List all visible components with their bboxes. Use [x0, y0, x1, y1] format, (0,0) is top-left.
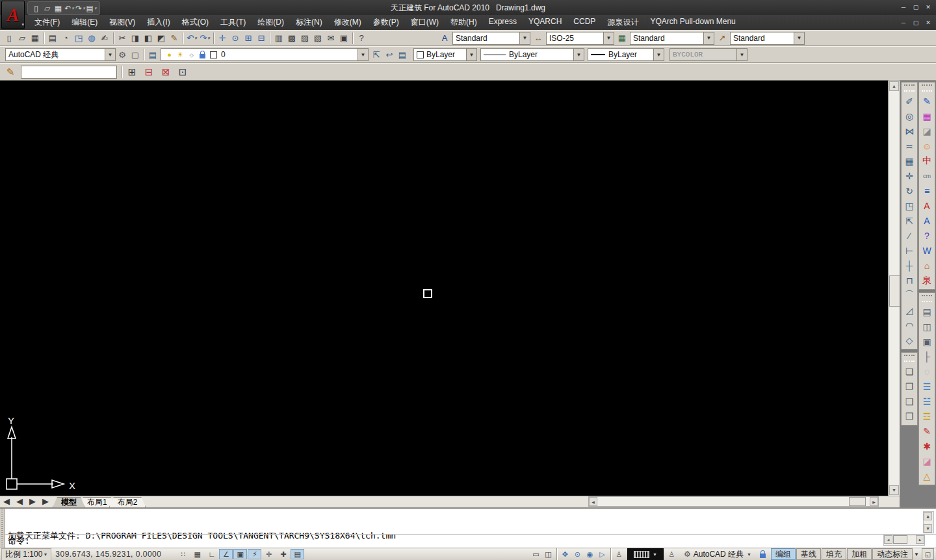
otrack-icon[interactable]: ⚡ [248, 549, 261, 559]
yq-block-struct-icon[interactable]: ▣ [920, 334, 934, 349]
designcenter-icon[interactable]: ▩ [285, 32, 298, 45]
save-icon[interactable]: ▦ [29, 32, 42, 45]
mleader-style-combo[interactable]: Standard ▼ [730, 32, 805, 45]
drawing-canvas[interactable]: Y X [0, 81, 888, 496]
quick-edit-icon[interactable]: ✎ [3, 65, 18, 79]
combo-arrow-icon[interactable]: ▼ [573, 49, 584, 60]
scroll-left-icon[interactable]: ◀ [589, 497, 597, 506]
combo-arrow-icon[interactable]: ▼ [794, 32, 804, 44]
drawing-vscrollbar[interactable]: ▲ ▼ [888, 81, 900, 496]
array-icon[interactable]: ▦ [902, 153, 916, 168]
dim-style-combo[interactable]: ISO-25 ▼ [546, 32, 614, 45]
qopen-icon[interactable]: ▱ [42, 3, 53, 14]
status-button-group[interactable]: 编组 [771, 548, 796, 560]
stretch-icon[interactable]: ⇱ [902, 213, 916, 228]
pan-realtime-icon[interactable]: ✛ [216, 32, 229, 45]
restore-app-icon[interactable]: ▢ [910, 2, 922, 12]
copy-clip-icon[interactable]: ◨ [129, 32, 142, 45]
plot-icon[interactable]: ▤ [46, 32, 59, 45]
close-doc-icon[interactable]: ✕ [922, 18, 934, 27]
export-dwf-icon[interactable]: ◍ [85, 32, 98, 45]
qnew-icon[interactable]: ▯ [31, 3, 42, 14]
sheet-set-manager-icon[interactable]: ▧ [311, 32, 324, 45]
yq-data-bulb-icon[interactable]: ☲ [920, 409, 934, 424]
properties-palette-icon[interactable]: ▥ [272, 32, 285, 45]
plot-preview-icon[interactable]: ◔ [59, 32, 72, 45]
group-delete-icon[interactable]: ⊠ [158, 65, 174, 79]
layer-thaw-sun-icon[interactable]: ☀ [175, 49, 186, 60]
toolbar-grip[interactable] [922, 84, 932, 92]
combo-arrow-icon[interactable]: ▼ [105, 49, 115, 60]
zoom-previous-icon[interactable]: ⊟ [255, 32, 268, 45]
command-prompt-row[interactable]: 命令: [5, 534, 936, 548]
annotation-visibility-icon[interactable]: ♙ [666, 549, 678, 559]
snap-icon[interactable]: ∷ [176, 549, 190, 559]
tab-prev-icon[interactable]: ◀ [13, 494, 26, 507]
menu-item-express[interactable]: Express [483, 15, 523, 30]
plot-quick-icon[interactable]: ▤▾ [86, 3, 97, 14]
status-button-dynamic-dim[interactable]: 动态标注 [872, 548, 913, 560]
workspace-switch-button[interactable]: ⚙ AutoCAD 经典 ▼ [681, 549, 755, 560]
yq-wen-tool-icon[interactable]: W [920, 243, 934, 258]
break-at-point-icon[interactable]: ┼ [902, 258, 916, 273]
minimize-doc-icon[interactable]: ─ [898, 18, 909, 27]
erase-icon[interactable]: ✐ [902, 94, 916, 108]
table-style-icon[interactable]: ▦ [616, 32, 629, 45]
annotation-scale-widget[interactable]: ▼ [627, 548, 664, 560]
yq-layer-lamp-icon[interactable]: △ [920, 468, 934, 483]
group-remove-icon[interactable]: ⊟ [141, 65, 157, 79]
yq-az-sort-icon[interactable]: A [920, 198, 934, 213]
yq-home-page-icon[interactable]: ⌂ [920, 258, 934, 273]
make-object-layer-current-icon[interactable]: ⇱ [370, 48, 383, 61]
command-window[interactable]: 加载天正菜单文件: D:\PROGRAM FILES\DESIGN TOOLS\… [0, 507, 936, 548]
mirror-icon[interactable]: ⋈ [902, 123, 916, 138]
tab-model[interactable]: 模型 [53, 497, 85, 507]
menu-item-insert[interactable]: 插入(I) [141, 15, 176, 30]
menu-item-view[interactable]: 视图(V) [103, 15, 141, 30]
scroll-up-icon[interactable]: ▲ [924, 512, 932, 520]
layer-properties-manager-icon[interactable]: ▤ [146, 48, 159, 61]
quick-properties-icon[interactable]: ▤ [291, 549, 304, 559]
menu-item-tools[interactable]: 工具(T) [214, 15, 252, 30]
yq-text-recover-icon[interactable]: ≡ [920, 183, 934, 198]
annotation-scale-person-icon[interactable]: ♙ [613, 549, 625, 559]
layer-on-bulb-icon[interactable]: ● [164, 49, 175, 60]
menu-item-parametric[interactable]: 参数(P) [367, 15, 405, 30]
toolbar-grip[interactable] [904, 84, 915, 92]
combo-arrow-icon[interactable]: ▼ [466, 49, 476, 60]
toolbar-grip[interactable] [922, 295, 932, 302]
undo-quick-icon[interactable]: ↶▾ [64, 3, 75, 14]
close-app-icon[interactable]: ✕ [922, 2, 934, 12]
mleader-style-icon[interactable]: ↗ [716, 32, 729, 45]
redo-icon[interactable]: ↷▾ [198, 32, 211, 45]
fillet-icon[interactable]: ◠ [902, 318, 916, 333]
offset-icon[interactable]: ≍ [902, 138, 916, 153]
layer-previous-icon[interactable]: ↩ [383, 48, 396, 61]
color-combo[interactable]: ByLayer ▼ [413, 48, 477, 61]
model-space-icon[interactable]: ▭ [530, 549, 542, 559]
workspace-settings-icon[interactable]: ⚙ [116, 48, 129, 61]
trim-icon[interactable]: ∕ [902, 228, 916, 243]
scroll-down-icon[interactable]: ▼ [889, 485, 899, 495]
my-workspace-icon[interactable]: ▢ [129, 48, 142, 61]
join-icon[interactable]: ⌒ [902, 288, 916, 303]
grid-icon[interactable]: ▦ [190, 549, 204, 559]
status-button-bold[interactable]: 加粗 [847, 548, 872, 560]
zoom-realtime-icon[interactable]: ⊙ [229, 32, 242, 45]
workspace-combo[interactable]: AutoCAD 经典 ▼ [5, 48, 116, 61]
menu-item-yuanquan-design[interactable]: 源泉设计 [601, 15, 644, 30]
copy-object-icon[interactable]: ◎ [902, 108, 916, 123]
paste-special-icon[interactable]: ◩ [155, 32, 168, 45]
yq-cn-en-toggle-icon[interactable]: 中 [920, 153, 934, 168]
yq-ref-bulb-icon[interactable]: ◌ [920, 364, 934, 379]
toolbar-lock-button[interactable] [757, 549, 768, 560]
menu-item-dimension[interactable]: 标注(N) [290, 15, 328, 30]
scale-icon[interactable]: ◳ [902, 198, 916, 213]
yq-node-struct-icon[interactable]: ├ [920, 349, 934, 364]
new-icon[interactable]: ▯ [3, 32, 16, 45]
menu-item-yqarch[interactable]: YQARCH [523, 15, 567, 30]
markup-set-manager-icon[interactable]: ✉ [324, 32, 337, 45]
yq-data-import-icon[interactable]: ☱ [920, 394, 934, 409]
yq-data-disks-icon[interactable]: ☰ [920, 379, 934, 394]
help-icon[interactable]: ? [355, 32, 368, 45]
